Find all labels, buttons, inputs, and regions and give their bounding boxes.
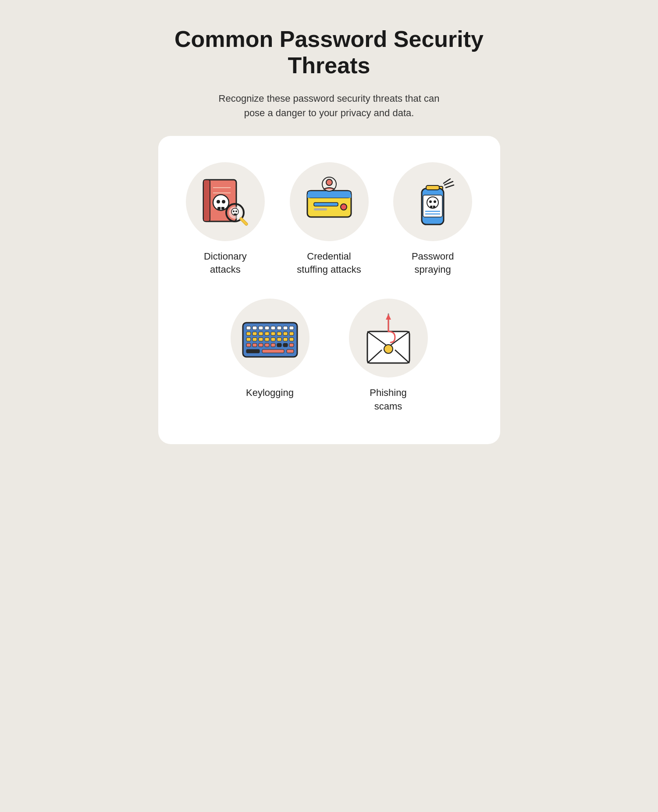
svg-rect-45 [277, 326, 281, 330]
threats-row-1: Dictionaryattacks [180, 162, 478, 277]
threat-item-phishing: Phishingscams [340, 299, 437, 413]
svg-rect-60 [271, 338, 275, 341]
dictionary-icon [195, 171, 256, 232]
svg-rect-63 [289, 338, 294, 341]
header-section: Common Password Security Threats Recogni… [158, 26, 500, 120]
svg-rect-38 [426, 185, 439, 190]
svg-rect-61 [277, 338, 281, 341]
svg-rect-42 [259, 326, 263, 330]
svg-point-5 [217, 200, 220, 203]
svg-rect-1 [203, 180, 210, 221]
threat-label-credential: Credentialstuffing attacks [297, 250, 361, 277]
svg-point-22 [341, 204, 347, 210]
page-title: Common Password Security Threats [167, 26, 491, 79]
threat-item-dictionary: Dictionaryattacks [180, 162, 271, 277]
svg-rect-44 [271, 326, 275, 330]
svg-rect-62 [283, 338, 288, 341]
svg-rect-14 [234, 214, 237, 215]
svg-rect-54 [283, 332, 288, 335]
svg-rect-70 [283, 343, 288, 347]
svg-point-12 [233, 210, 235, 212]
svg-rect-20 [314, 203, 338, 206]
svg-rect-49 [253, 332, 257, 335]
icon-circle-dictionary [186, 162, 265, 241]
phishing-icon [358, 307, 419, 369]
svg-point-24 [326, 179, 332, 185]
svg-rect-66 [259, 343, 263, 347]
svg-point-32 [429, 200, 432, 203]
icon-circle-spray [393, 162, 472, 241]
credential-icon [299, 171, 360, 232]
icon-circle-keylogging [231, 299, 309, 378]
svg-rect-57 [253, 338, 257, 341]
svg-rect-72 [246, 349, 260, 353]
svg-rect-52 [271, 332, 275, 335]
svg-rect-51 [265, 332, 269, 335]
svg-rect-58 [259, 338, 263, 341]
svg-rect-50 [259, 332, 263, 335]
icon-circle-credential [290, 162, 369, 241]
threats-card: Dictionaryattacks [158, 136, 500, 444]
svg-rect-64 [246, 343, 251, 347]
threats-row-2: Keylogging [180, 299, 478, 413]
svg-rect-74 [287, 349, 294, 353]
svg-line-26 [446, 185, 454, 188]
svg-rect-71 [289, 343, 294, 347]
threat-item-spray: Passwordspraying [388, 162, 478, 277]
svg-point-6 [222, 200, 225, 203]
keyboard-icon [235, 307, 305, 369]
svg-rect-53 [277, 332, 281, 335]
svg-rect-47 [289, 326, 294, 330]
svg-rect-41 [253, 326, 257, 330]
svg-rect-69 [277, 343, 281, 347]
threat-label-phishing: Phishingscams [370, 386, 406, 413]
threat-label-dictionary: Dictionaryattacks [204, 250, 247, 277]
svg-rect-56 [246, 338, 251, 341]
svg-rect-68 [271, 343, 275, 347]
svg-rect-48 [246, 332, 251, 335]
icon-circle-phishing [349, 299, 428, 378]
svg-point-80 [384, 345, 393, 353]
svg-rect-73 [262, 349, 284, 353]
svg-rect-59 [265, 338, 269, 341]
svg-marker-79 [386, 314, 391, 320]
threat-item-credential: Credentialstuffing attacks [284, 162, 374, 277]
svg-rect-65 [253, 343, 257, 347]
threat-label-spray: Passwordspraying [412, 250, 454, 277]
svg-rect-21 [314, 208, 327, 210]
svg-point-33 [434, 200, 436, 203]
svg-rect-67 [265, 343, 269, 347]
svg-rect-55 [289, 332, 294, 335]
svg-rect-43 [265, 326, 269, 330]
threat-item-keylogging: Keylogging [222, 299, 318, 413]
page-container: Common Password Security Threats Recogni… [158, 26, 500, 444]
svg-rect-46 [283, 326, 288, 330]
svg-rect-19 [307, 194, 351, 198]
threat-label-keylogging: Keylogging [246, 386, 294, 400]
svg-rect-40 [246, 326, 251, 330]
page-subtitle: Recognize these password security threat… [215, 91, 443, 120]
svg-point-13 [235, 210, 237, 212]
spray-icon [402, 171, 463, 232]
